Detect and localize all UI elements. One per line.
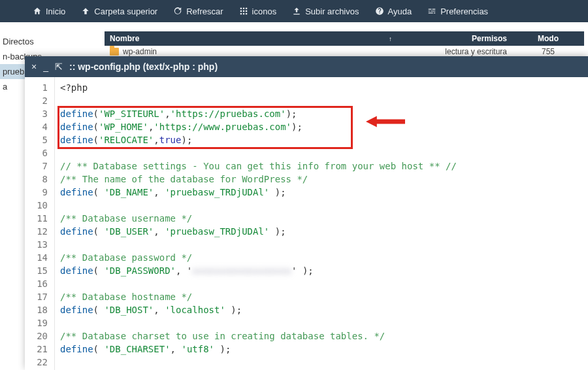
code-line[interactable] [60, 94, 583, 107]
code-token: 'WP_SITEURL' [99, 109, 165, 119]
code-line[interactable] [60, 238, 583, 251]
line-number: 22 [27, 356, 48, 369]
code-token: 'pruebasw_TRDjUDAl' [165, 226, 269, 237]
code-token: , [154, 305, 165, 315]
code-line[interactable]: define( 'DB_NAME', 'pruebasw_TRDjUDAl' )… [60, 186, 583, 199]
line-number: 6 [27, 146, 48, 160]
code-line[interactable]: define('WP_SITEURL','https://pruebas.com… [60, 107, 583, 120]
up-folder-label: Carpeta superior [94, 7, 157, 16]
code-lines[interactable]: <?phpdefine('WP_SITEURL','https://prueba… [55, 77, 588, 370]
code-line[interactable]: define( 'DB_USER', 'pruebasw_TRDjUDAl' )… [60, 225, 583, 238]
code-token: 'localhost' [165, 305, 225, 315]
code-token: define [60, 135, 93, 145]
code-token: /** The name of the database for WordPre… [60, 174, 308, 184]
code-token: true [159, 135, 182, 145]
code-line[interactable] [60, 199, 583, 212]
code-line[interactable]: /** Database charset to use in creating … [60, 329, 583, 343]
upload-label: Subir archivos [305, 7, 359, 16]
code-token: 'DB_CHARSET' [104, 344, 170, 354]
prefs-button[interactable]: Preferencias [419, 3, 496, 20]
code-token: 'pruebasw_TRDjUDAl' [165, 187, 269, 197]
col-mode[interactable]: Modo [512, 34, 584, 43]
code-token: 'https://www.pruebas.com' [154, 122, 291, 132]
code-area[interactable]: 123456789101112131415161718192021222324 … [25, 77, 588, 370]
code-line[interactable]: /** Database username */ [60, 212, 583, 225]
line-number: 15 [27, 264, 48, 277]
line-number: 17 [27, 290, 48, 303]
icons-button[interactable]: iconos [231, 3, 285, 20]
code-line[interactable] [60, 356, 583, 369]
code-line[interactable]: define('WP_HOME','https://www.pruebas.co… [60, 120, 583, 133]
upload-button[interactable]: Subir archivos [284, 3, 367, 20]
col-perm[interactable]: Permisos [401, 34, 512, 43]
close-button[interactable]: × [31, 61, 37, 72]
code-token: define [60, 226, 93, 237]
line-number: 14 [27, 251, 48, 264]
minimize-button[interactable]: _ [43, 61, 48, 72]
code-line[interactable]: define( 'DB_PASSWORD', 'xxxxxxxxxxxxxxxx… [60, 264, 583, 277]
code-token: ( [93, 344, 105, 354]
editor-title: :: wp-config.php (text/x-php : php) [69, 61, 218, 72]
file-list-header: Nombre ↑ Permisos Modo [105, 31, 584, 46]
line-number: 4 [27, 120, 48, 133]
tree-item[interactable]: Directos [0, 34, 57, 49]
sliders-icon [427, 7, 436, 16]
code-token: ); [214, 344, 231, 354]
up-folder-button[interactable]: Carpeta superior [73, 3, 165, 20]
code-token: , [154, 187, 165, 197]
code-token: define [60, 109, 93, 119]
file-row-name: wp-admin [105, 47, 401, 56]
line-number: 3 [27, 107, 48, 120]
code-token: , [154, 226, 165, 237]
code-token: 'DB_HOST' [104, 305, 154, 315]
code-token: /** Database charset to use in creating … [60, 331, 385, 341]
line-number: 7 [27, 160, 48, 173]
code-line[interactable]: define( 'DB_HOST', 'localhost' ); [60, 303, 583, 316]
code-line[interactable]: <?php [60, 81, 583, 94]
code-line[interactable]: define( 'DB_CHARSET', 'utf8' ); [60, 343, 583, 356]
code-token: 'DB_PASSWORD' [104, 265, 176, 276]
home-button[interactable]: Inicio [25, 3, 73, 20]
code-token: ( [93, 122, 99, 132]
home-icon [33, 7, 42, 16]
code-line[interactable] [60, 277, 583, 290]
line-number: 8 [27, 173, 48, 186]
help-icon [375, 7, 384, 16]
help-button[interactable]: Ayuda [367, 3, 420, 20]
code-token: ); [286, 109, 297, 119]
sort-indicator: ↑ [389, 35, 396, 42]
refresh-button[interactable]: Refrescar [165, 3, 231, 20]
code-line[interactable]: /** Database password */ [60, 251, 583, 264]
code-token: 'DB_USER' [104, 226, 154, 237]
editor-panel: × _ ⇱ :: wp-config.php (text/x-php : php… [25, 56, 588, 370]
code-token: ); [181, 135, 192, 145]
line-number: 11 [27, 212, 48, 225]
code-line[interactable]: /** The name of the database for WordPre… [60, 173, 583, 186]
col-name[interactable]: Nombre ↑ [105, 34, 401, 43]
code-token: ( [93, 135, 99, 145]
toolbar: Inicio Carpeta superior Refrescar iconos… [0, 0, 588, 22]
icons-label: iconos [252, 7, 277, 16]
code-token: define [60, 187, 93, 197]
code-token: 'utf8' [181, 344, 214, 354]
col-name-label: Nombre [110, 34, 139, 43]
code-token: , [165, 109, 170, 119]
code-token: 'https://pruebas.com' [171, 109, 286, 119]
file-row-mode: 755 [512, 47, 584, 56]
code-token: define [60, 344, 93, 354]
code-token: 'WP_HOME' [99, 122, 148, 132]
line-number: 20 [27, 329, 48, 343]
code-line[interactable] [60, 146, 583, 160]
code-token: define [60, 265, 93, 276]
code-line[interactable]: /** Database hostname */ [60, 290, 583, 303]
code-token: , [171, 344, 182, 354]
code-token: ); [269, 226, 286, 237]
grid-icon [239, 7, 248, 16]
line-number: 13 [27, 238, 48, 251]
expand-button[interactable]: ⇱ [55, 61, 63, 72]
file-row-perm: lectura y escritura [401, 47, 512, 56]
upload-icon [292, 7, 301, 16]
code-line[interactable]: // ** Database settings - You can get th… [60, 160, 583, 173]
code-line[interactable]: define('RELOCATE',true); [60, 133, 583, 146]
code-line[interactable] [60, 316, 583, 329]
